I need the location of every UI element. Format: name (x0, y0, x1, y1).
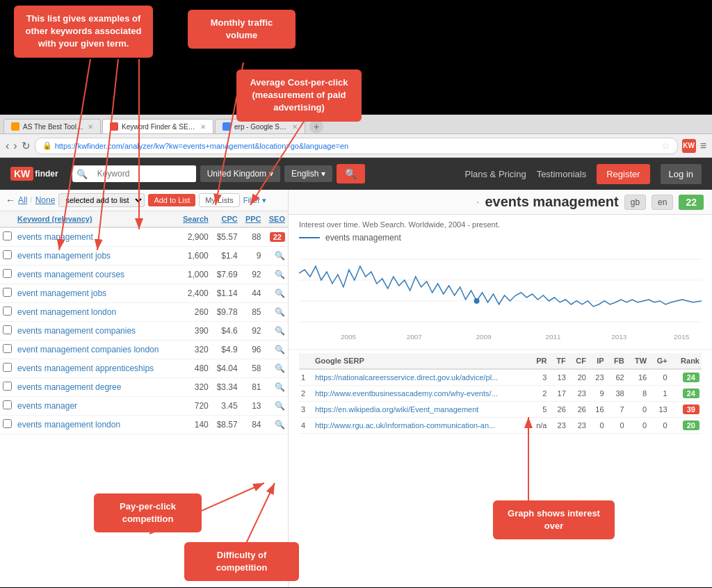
cpc-cell: $5.57 (211, 227, 241, 247)
cpc-header[interactable]: CPC (211, 211, 241, 227)
logo-kw: KW (10, 167, 33, 181)
seo-difficulty-badge[interactable]: 22 (679, 195, 704, 210)
row-checkbox[interactable] (0, 266, 15, 284)
settings-icon[interactable]: ≡ (700, 140, 706, 152)
keyword-cell[interactable]: events management apprenticeships (15, 359, 177, 378)
tab3-label: erp - Google Sear... (234, 123, 289, 131)
register-button[interactable]: Register (597, 164, 649, 184)
ppc-cell: 84 (241, 416, 264, 434)
ppc-cell: 81 (241, 378, 264, 397)
serp-fb-header: FB (606, 353, 626, 369)
browser-tab-1[interactable]: AS The Best Tools for Keywo... ✕ (3, 119, 101, 133)
cpc-cell: 3.45 (211, 397, 241, 416)
language-selector[interactable]: English ▾ (284, 165, 332, 182)
keyword-cell[interactable]: event management jobs (15, 284, 177, 303)
reload-button[interactable]: ↻ (22, 140, 31, 152)
seo-cell: 🔍 (264, 341, 289, 359)
keyword-search-input[interactable] (92, 165, 196, 182)
login-button[interactable]: Log in (661, 164, 702, 184)
back-button[interactable]: ‹ (6, 140, 9, 152)
selected-dropdown[interactable]: selected add to list (58, 193, 145, 207)
serp-gplus: 0 (649, 369, 670, 386)
ppc-cell: 85 (241, 303, 264, 322)
term-bar: · events management gb en 22 (289, 190, 712, 215)
keyword-cell[interactable]: events manager (15, 397, 177, 416)
serp-cf: 26 (568, 402, 588, 418)
country-selector[interactable]: United Kingdom ▾ (200, 165, 280, 182)
serp-url[interactable]: http://www.rgu.ac.uk/information-communi… (313, 418, 528, 434)
row-checkbox[interactable] (0, 227, 15, 247)
filter-button[interactable]: Filter ▾ (243, 196, 266, 205)
star-icon[interactable]: ☆ (661, 140, 670, 152)
serp-tw: 0 (626, 418, 649, 434)
row-checkbox[interactable] (0, 284, 15, 303)
row-checkbox[interactable] (0, 397, 15, 416)
serp-num-header (299, 353, 313, 369)
row-checkbox[interactable] (0, 247, 15, 266)
search-cell: 320 (177, 378, 211, 397)
serp-url[interactable]: http://www.eventbusinessacademy.com/why-… (313, 386, 528, 402)
en-button[interactable]: en (652, 195, 673, 210)
serp-pr-header: PR (528, 353, 549, 369)
search-button[interactable]: 🔍 (337, 164, 365, 183)
my-lists-button[interactable]: My Lists (199, 193, 239, 207)
keyword-cell[interactable]: events management degree (15, 378, 177, 397)
top-left-annotation-text: This list gives examples ofother keyword… (26, 13, 142, 49)
seo-cell: 🔍 (264, 378, 289, 397)
serp-tf-header: TF (549, 353, 567, 369)
tab1-label: AS The Best Tools for Keywo... (23, 123, 84, 131)
serp-url-header: Google SERP (313, 353, 528, 369)
add-to-list-button[interactable]: Add to List (148, 194, 195, 206)
serp-rank: 24 (670, 386, 702, 402)
search-cell: 2,900 (177, 227, 211, 247)
none-link[interactable]: None (35, 195, 56, 205)
new-tab-button[interactable]: + (309, 120, 323, 133)
keyword-cell[interactable]: events management companies (15, 322, 177, 341)
serp-fb: 0 (606, 418, 626, 434)
keyword-header[interactable]: Keyword (relevancy) (15, 211, 177, 227)
row-checkbox[interactable] (0, 303, 15, 322)
svg-point-11 (474, 298, 480, 304)
row-checkbox[interactable] (0, 341, 15, 359)
row-checkbox[interactable] (0, 378, 15, 397)
search-header[interactable]: Search (177, 211, 211, 227)
keyword-cell[interactable]: events management london (15, 416, 177, 434)
keyword-cell[interactable]: events management jobs (15, 247, 177, 266)
keyword-cell[interactable]: event management companies london (15, 341, 177, 359)
plans-pricing-link[interactable]: Plans & Pricing (464, 169, 526, 179)
keyword-row: events management jobs 1,600 $1.4 9 🔍 (0, 247, 288, 266)
row-checkbox[interactable] (0, 416, 15, 434)
kw-logo[interactable]: KW finder (10, 167, 58, 181)
seo-header[interactable]: SEO (264, 211, 289, 227)
row-checkbox[interactable] (0, 322, 15, 341)
tab3-close[interactable]: ✕ (292, 123, 298, 131)
search-cell: 720 (177, 397, 211, 416)
keyword-cell[interactable]: events management courses (15, 266, 177, 284)
ppc-cell: 58 (241, 359, 264, 378)
cpc-cell: $4.6 (211, 322, 241, 341)
testimonials-link[interactable]: Testimonials (537, 169, 587, 179)
forward-button[interactable]: › (13, 140, 17, 152)
keyword-cell[interactable]: events management (15, 227, 177, 247)
keyword-cell[interactable]: event management london (15, 303, 177, 322)
ppc-header[interactable]: PPC (241, 211, 264, 227)
chart-subtitle: Interest over time. Web Search. Worldwid… (299, 220, 702, 229)
ppc-cell: 9 (241, 247, 264, 266)
serp-url[interactable]: https://nationalcareersservice.direct.go… (313, 369, 528, 386)
address-bar[interactable]: 🔒 https://kwfinder.com/analyzer/kw?kw=ev… (35, 138, 678, 154)
all-link[interactable]: All (18, 195, 27, 205)
serp-row: 3 https://en.wikipedia.org/wiki/Event_ma… (299, 402, 702, 418)
country-label: United Kingdom (207, 169, 266, 179)
row-checkbox[interactable] (0, 359, 15, 378)
serp-url[interactable]: https://en.wikipedia.org/wiki/Event_mana… (313, 402, 528, 418)
cpc-cell: $1.14 (211, 284, 241, 303)
list-toolbar: ← All / None selected add to list Add to… (0, 190, 288, 211)
search-cell: 320 (177, 341, 211, 359)
serp-cf-header: CF (568, 353, 588, 369)
ppc-cell: 13 (241, 397, 264, 416)
tab1-close[interactable]: ✕ (88, 123, 93, 131)
tab2-close[interactable]: ✕ (200, 123, 206, 131)
browser-tab-2[interactable]: Keyword Finder & SEO Di... ✕ (102, 119, 213, 133)
gb-button[interactable]: gb (624, 195, 646, 210)
keyword-row: events management apprenticeships 480 $4… (0, 359, 288, 378)
